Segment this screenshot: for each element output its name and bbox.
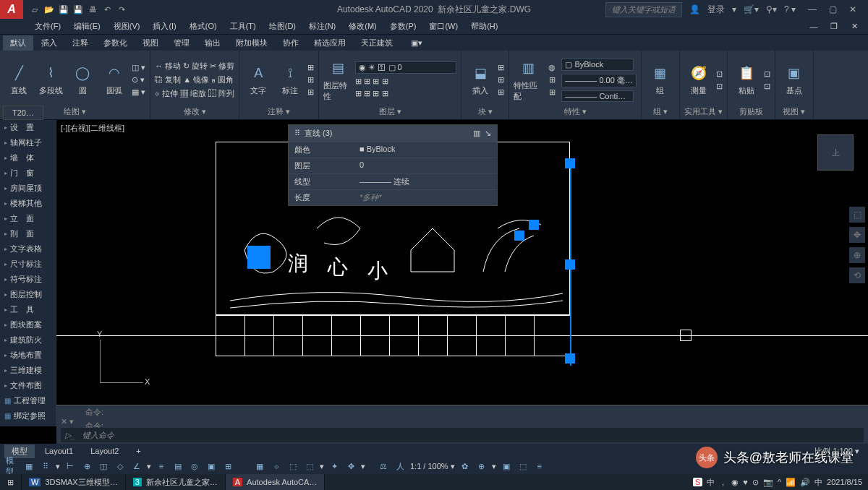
tp-settings[interactable]: 设 置 [0, 120, 56, 135]
tp-section[interactable]: 剖 面 [0, 226, 56, 241]
tp-bindref[interactable]: 绑定参照 [0, 408, 56, 424]
nav-full-icon[interactable]: ⬚ [849, 207, 865, 223]
lineweight-combo[interactable]: ———— 0.00 毫… [561, 74, 637, 87]
tray-ime-cn[interactable]: 中 [707, 477, 715, 488]
linetype-combo[interactable]: ———— Conti… [561, 90, 634, 102]
cart-icon[interactable]: 🛒▾ [744, 4, 759, 14]
qat-plot-icon[interactable]: 🖶 [87, 4, 98, 15]
grip[interactable] [514, 231, 524, 241]
menu-file[interactable]: 文件(F) [29, 20, 67, 33]
menu-edit[interactable]: 编辑(E) [68, 20, 106, 33]
nav-orbit-icon[interactable]: ⟲ [849, 267, 865, 283]
doc-minimize[interactable]: — [804, 20, 823, 33]
qat-redo-icon[interactable]: ↷ [116, 4, 127, 15]
tp-symbol[interactable]: 符号标注 [0, 272, 56, 287]
layerprops-button[interactable]: ▤图层特性 [323, 59, 352, 102]
qat-saveas-icon[interactable]: 💾 [72, 4, 84, 15]
polyline-button[interactable]: ⌇多段线 [36, 64, 65, 96]
task-3ds[interactable]: 3新余社区儿童之家… [126, 474, 226, 490]
group-button[interactable]: ▦组 [646, 64, 675, 96]
grip[interactable] [565, 353, 575, 364]
sb-osnap-icon[interactable]: ◇ [114, 460, 127, 472]
tab-tangent[interactable]: 天正建筑 [354, 35, 400, 51]
menu-format[interactable]: 格式(O) [184, 20, 223, 33]
qp-options-icon[interactable]: ▥ [473, 129, 480, 138]
tab-insert[interactable]: 插入 [34, 35, 64, 51]
nav-pan-icon[interactable]: ✥ [849, 227, 865, 243]
sb-qp-icon[interactable]: ▦ [253, 460, 266, 472]
tab-add[interactable]: + [129, 445, 148, 457]
tp-elev[interactable]: 立 面 [0, 211, 56, 226]
tp-blkpat[interactable]: 图块图案 [0, 317, 56, 332]
grip[interactable] [565, 259, 575, 270]
tray-ime[interactable]: S [693, 478, 702, 486]
grip[interactable] [247, 246, 271, 269]
search-input[interactable]: 键入关键字或短语 [605, 2, 682, 17]
tp-dim[interactable]: 尺寸标注 [0, 257, 56, 272]
tab-featured[interactable]: 精选应用 [307, 35, 353, 51]
measure-button[interactable]: 🧭测量 [684, 64, 713, 96]
share-icon[interactable]: ⚲▾ [766, 4, 777, 14]
line-button[interactable]: ╱直线 [4, 64, 33, 96]
tp-batchbind[interactable]: 批量绑定 [0, 424, 56, 426]
tab-addins[interactable]: 附加模块 [229, 35, 275, 51]
tab-layout2[interactable]: Layout2 [83, 445, 126, 457]
sb-dyn-icon[interactable]: ⊞ [221, 460, 234, 472]
menu-param[interactable]: 参数(P) [384, 20, 422, 33]
arc-button[interactable]: ◠圆弧 [100, 64, 129, 96]
grip[interactable] [565, 158, 575, 168]
tab-view[interactable]: 视图 [135, 35, 166, 51]
qp-color[interactable]: ■ ByBlock [359, 145, 491, 155]
signin-icon[interactable]: 👤 [689, 4, 700, 14]
tp-door[interactable]: 门 窗 [0, 166, 56, 181]
start-button[interactable]: ⊞ [0, 474, 22, 490]
qat-undo-icon[interactable]: ↶ [101, 4, 113, 15]
modify-row3[interactable]: ⟐ 拉伸 ▦ 缩放 ⿲ 阵列 [155, 88, 234, 99]
tab-collab[interactable]: 协作 [276, 35, 306, 51]
sb-anno-icon[interactable]: ⚖ [377, 460, 390, 472]
menu-tools[interactable]: 工具(T) [224, 20, 262, 33]
doc-restore[interactable]: ❐ [825, 20, 843, 33]
insert-button[interactable]: ⬓插入 [466, 64, 495, 96]
tp-roof[interactable]: 房间屋顶 [0, 181, 56, 196]
menu-draw[interactable]: 绘图(D) [263, 20, 302, 33]
command-line[interactable]: 命令: 命令: ▷_键入命令 ✕ ▾ [56, 405, 868, 444]
sb-polar-icon[interactable]: ⊕ [80, 460, 93, 472]
layer-combo[interactable]: ◉ ☀ ⚿ ▢ 0 [355, 61, 456, 74]
nav-zoom-icon[interactable]: ⊕ [849, 247, 865, 263]
qp-ltype[interactable]: ———— 连续 [359, 176, 491, 187]
minimize-button[interactable]: — [803, 3, 822, 16]
sb-lwt-icon[interactable]: ≡ [155, 460, 168, 472]
tp-stair[interactable]: 楼梯其他 [0, 196, 56, 211]
tp-layer[interactable]: 图层控制 [0, 287, 56, 302]
dim-button[interactable]: ⟟标注 [276, 64, 305, 96]
matchprop-button[interactable]: ▥特性匹配 [514, 59, 542, 102]
sb-otrack-icon[interactable]: ∠ [130, 460, 143, 472]
task-acad[interactable]: AAutodesk AutoCA… [226, 474, 326, 490]
menu-dim[interactable]: 标注(N) [303, 20, 341, 33]
view-cube[interactable]: 上 [817, 134, 854, 171]
tp-layout[interactable]: 文件布图 [0, 378, 56, 393]
close-button[interactable]: ✕ [843, 3, 862, 16]
sb-trans-icon[interactable]: ▤ [171, 460, 184, 472]
tp-tools[interactable]: 工 具 [0, 302, 56, 317]
drawing-canvas[interactable]: [-][右视][二维线框] 上 ⬚ ✥ ⊕ ⟲ ⠿ 直线 (3) ▥ ↘ 颜色■… [56, 120, 868, 426]
ribbon-expand-icon[interactable]: ▣▾ [404, 36, 430, 50]
qat-open-icon[interactable]: 📂 [43, 4, 55, 15]
sb-3dosnap-icon[interactable]: ▣ [205, 460, 218, 472]
menu-help[interactable]: 帮助(H) [465, 20, 503, 33]
tab-param[interactable]: 参数化 [96, 35, 135, 51]
qp-layer[interactable]: 0 [359, 160, 491, 171]
file-tab[interactable]: T20… [3, 106, 43, 120]
hover-grip[interactable] [680, 330, 692, 341]
menu-insert[interactable]: 插入(I) [147, 20, 182, 33]
tab-manage[interactable]: 管理 [166, 35, 197, 51]
grip[interactable] [529, 220, 539, 230]
app-logo[interactable]: A [0, 0, 23, 19]
tab-annotate[interactable]: 注释 [65, 35, 95, 51]
menu-view[interactable]: 视图(V) [108, 20, 146, 33]
qp-type[interactable]: 直线 (3) [300, 128, 473, 139]
color-wheel-icon[interactable]: ◍ [548, 63, 556, 72]
task-word[interactable]: W3DSMAX三维模型… [22, 474, 126, 490]
login-button[interactable]: 登录 [707, 4, 725, 16]
